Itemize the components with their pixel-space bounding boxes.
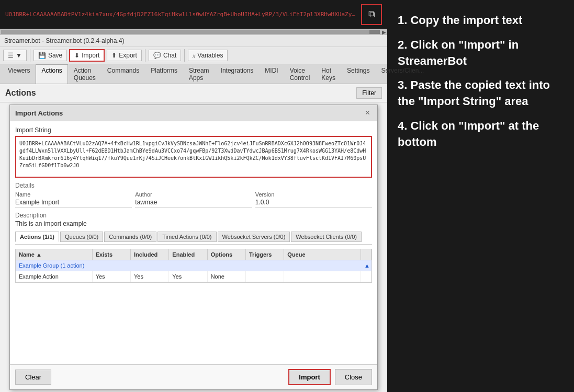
col-included: Included: [131, 249, 169, 260]
menu-icon: ☰: [8, 52, 14, 59]
tab-viewers[interactable]: Viewers: [2, 64, 36, 84]
col-enabled: Enabled: [169, 249, 207, 260]
group-row: Example Group (1 action) ▲ Example Actio…: [16, 260, 372, 282]
group-header-row: Example Group (1 action) ▲: [16, 260, 372, 271]
clear-button[interactable]: Clear: [15, 370, 51, 385]
copy-button[interactable]: ⧉: [361, 4, 382, 25]
author-label: Author: [135, 191, 252, 198]
top-bar: U0JBRR+LCAAAAAABADtPV1z4kia7xux/4GpfdjD2…: [0, 0, 387, 29]
modal-title: Import Actions: [15, 109, 63, 117]
app-title: Streamer.bot - Streamer.bot (0.2.4-alpha…: [4, 37, 124, 44]
scroll-track: [1, 30, 380, 34]
tab-platforms[interactable]: Platforms: [145, 64, 183, 84]
modal-footer: Clear Import Close: [10, 364, 377, 389]
left-panel: U0JBRR+LCAAAAAABADtPV1z4kia7xux/4GpfdjD2…: [0, 0, 387, 392]
table-row: Example Action Yes Yes Yes None: [16, 271, 372, 282]
sub-tab-ws-servers[interactable]: Websocket Servers (0/0): [218, 232, 290, 242]
copy-icon: ⧉: [368, 9, 375, 20]
row-expand-cell: [361, 271, 372, 282]
import-string-preview: U0JBRR+LCAAAAAABADtPV1z4kia7xux/4GpfdjD2…: [5, 11, 357, 18]
description-label: Description: [15, 212, 372, 219]
toolbar-separator-2: [145, 49, 145, 62]
tab-stream-apps[interactable]: Stream Apps: [183, 64, 215, 84]
step-1-number: 1.: [398, 14, 410, 27]
row-exists: Yes: [93, 271, 131, 282]
tab-hot-keys[interactable]: Hot Keys: [316, 64, 341, 84]
name-value: Example Import: [15, 199, 132, 207]
save-button[interactable]: 💾 Save: [33, 50, 67, 61]
variables-icon: 𝑥: [193, 52, 195, 59]
modal-close-button[interactable]: ×: [363, 108, 372, 118]
row-name: Example Action: [16, 271, 93, 282]
menu-button[interactable]: ☰ ▼: [3, 50, 27, 61]
row-triggers: [246, 271, 284, 282]
description-value: This is an import example: [15, 220, 372, 227]
tab-commands[interactable]: Commands: [102, 64, 145, 84]
tab-midi[interactable]: MIDI: [259, 64, 284, 84]
row-enabled: Yes: [169, 271, 207, 282]
step-2-text: Click on "Import" in StreamerBot: [398, 38, 519, 67]
sub-tab-queues[interactable]: Queues (0/0): [60, 232, 103, 242]
import-modal: Import Actions × Import String U0JBRR+LC…: [9, 105, 378, 390]
import-icon: ⬇: [74, 52, 80, 59]
modal-body: Import String U0JBRR+LCAAAAABACtVLuO2zAQ…: [10, 121, 377, 364]
tab-actions[interactable]: Actions: [36, 64, 67, 84]
version-label: Version: [255, 191, 372, 198]
scroll-thumb[interactable]: [369, 30, 380, 34]
tab-voice-control[interactable]: Voice Control: [284, 64, 316, 84]
step-4-text: Click on "Import" at the bottom: [398, 119, 539, 148]
col-exists: Exists: [93, 249, 131, 260]
variables-button[interactable]: 𝑥 Variables: [188, 50, 228, 61]
actions-header: Actions Filter: [0, 84, 387, 102]
actions-table: Name ▲ Exists Included Enabled Options T…: [15, 249, 372, 283]
filter-button[interactable]: Filter: [356, 87, 382, 99]
row-queue: [284, 271, 361, 282]
tab-settings[interactable]: Settings: [341, 64, 375, 84]
row-included: Yes: [131, 271, 169, 282]
toolbar-separator-1: [30, 49, 30, 62]
import-toolbar-button[interactable]: ⬇ Import: [69, 49, 105, 62]
col-triggers: Triggers: [246, 249, 284, 260]
col-options: Options: [208, 249, 246, 260]
instruction-1: 1. Copy the import text: [398, 13, 564, 29]
chat-icon: 💬: [153, 52, 161, 59]
scroll-arrow[interactable]: ▶: [382, 29, 386, 35]
sub-tab-timed[interactable]: Timed Actions (0/0): [157, 232, 216, 242]
sub-tab-ws-clients[interactable]: Websocket Clients (0/0): [291, 232, 362, 242]
tab-servers[interactable]: Servers/Clien...: [375, 64, 430, 84]
content-area: Import Actions × Import String U0JBRR+LC…: [0, 102, 387, 392]
export-toolbar-button[interactable]: ⬆ Export: [107, 50, 142, 61]
details-section: Details Name Example Import Author tawma…: [15, 182, 372, 207]
author-field-group: Author tawmae: [135, 191, 252, 207]
actions-title: Actions: [5, 88, 36, 98]
toolbar: ☰ ▼ 💾 Save ⬇ Import ⬆ Export 💬 Chat 𝑥 Va…: [0, 47, 387, 64]
name-label: Name: [15, 191, 132, 198]
details-label: Details: [15, 182, 372, 189]
description-section: Description This is an import example: [15, 212, 372, 227]
menu-dropdown-icon: ▼: [16, 52, 22, 59]
import-button[interactable]: Import: [288, 369, 330, 385]
sub-tab-commands[interactable]: Commands (0/0): [104, 232, 156, 242]
version-value: 1.0.0: [255, 199, 372, 207]
row-options: None: [208, 271, 246, 282]
step-1-text: Copy the import text: [410, 14, 522, 27]
tab-integrations[interactable]: Integrations: [215, 64, 260, 84]
footer-button-group: Import Close: [288, 369, 372, 385]
instruction-4: 4. Click on "Import" at the bottom: [398, 118, 564, 151]
group-expand[interactable]: ▲: [361, 260, 372, 271]
tab-action-queues[interactable]: Action Queues: [68, 64, 102, 84]
title-bar: Streamer.bot - Streamer.bot (0.2.4-alpha…: [0, 35, 387, 47]
right-panel: 1. Copy the import text 2. Click on "Imp…: [387, 0, 574, 392]
version-field-group: Version 1.0.0: [255, 191, 372, 207]
save-icon: 💾: [38, 52, 46, 59]
close-button[interactable]: Close: [335, 369, 372, 385]
expand-icon: ▲: [364, 262, 370, 269]
modal-header: Import Actions ×: [10, 105, 377, 121]
chat-button[interactable]: 💬 Chat: [149, 50, 181, 61]
name-field-group: Name Example Import: [15, 191, 132, 207]
sub-tab-actions[interactable]: Actions (1/1): [15, 232, 59, 242]
import-string-label: Import String: [15, 126, 372, 134]
step-2-number: 2.: [398, 38, 410, 51]
import-string-textarea[interactable]: U0JBRR+LCAAAAABACtVLuO2zAQ7A+4fxBcHw1RL1…: [15, 136, 372, 178]
sub-tabs: Actions (1/1) Queues (0/0) Commands (0/0…: [15, 232, 372, 245]
